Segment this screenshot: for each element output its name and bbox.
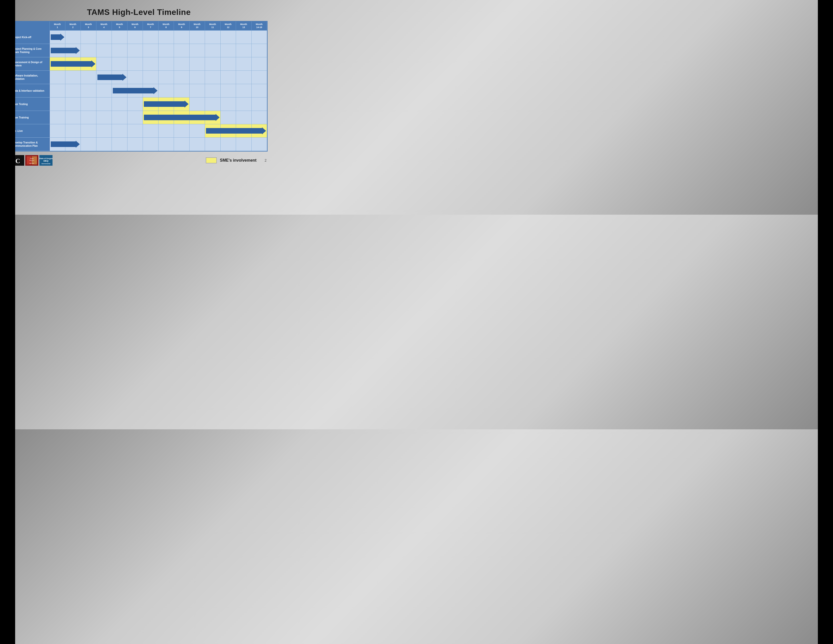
cell-r4-c3 bbox=[96, 84, 112, 97]
cell-r7-c7 bbox=[159, 124, 174, 137]
gantt-row-5: User Testing bbox=[11, 98, 267, 111]
cell-r2-c2 bbox=[81, 57, 96, 71]
cell-r7-c12 bbox=[236, 124, 252, 137]
cell-r2-c6 bbox=[143, 57, 159, 71]
header-month-10: Month10 bbox=[190, 21, 205, 31]
cell-r8-c5 bbox=[127, 138, 143, 151]
row-label-3: Software Installation, Validation bbox=[11, 71, 50, 84]
row-label-0: Project Kick-off bbox=[11, 31, 50, 44]
gantt-row-6: User Training bbox=[11, 111, 267, 124]
cell-r6-c3 bbox=[96, 111, 112, 124]
cell-r5-c12 bbox=[236, 98, 252, 111]
cell-r6-c0 bbox=[50, 111, 65, 124]
cell-r0-c1 bbox=[65, 31, 81, 44]
header-month-6: Month6 bbox=[127, 21, 143, 31]
gantt-chart: Month1Month2Month3Month4Month5Month6Mont… bbox=[10, 21, 268, 151]
cell-r2-c10 bbox=[205, 57, 220, 71]
cell-r5-c3 bbox=[96, 98, 112, 111]
cell-r5-c2 bbox=[81, 98, 96, 111]
header-month-8: Month8 bbox=[159, 21, 174, 31]
gantt-row-2: Assessment & Design of System bbox=[11, 57, 267, 71]
row-label-2: Assessment & Design of System bbox=[11, 57, 50, 71]
cell-r8-c4 bbox=[112, 138, 127, 151]
svg-text:Department: Department bbox=[29, 160, 35, 161]
logo-deo: State of Oregon DEQ Environmental bbox=[39, 155, 53, 166]
cell-r5-c6 bbox=[143, 98, 159, 111]
svg-text:JC: JC bbox=[12, 157, 20, 165]
cell-r7-c6 bbox=[143, 124, 159, 137]
header-month-12: Month12 bbox=[220, 21, 236, 31]
cell-r3-c2 bbox=[81, 71, 96, 84]
cell-r7-c2 bbox=[81, 124, 96, 137]
cell-r1-c3 bbox=[96, 44, 112, 57]
cell-r0-c3 bbox=[96, 31, 112, 44]
cell-r7-c1 bbox=[65, 124, 81, 137]
row-label-6: User Training bbox=[11, 111, 50, 124]
cell-r3-c7 bbox=[159, 71, 174, 84]
cell-r7-c0 bbox=[50, 124, 65, 137]
row-label-4: Data & Interface validation bbox=[11, 84, 50, 97]
cell-r3-c0 bbox=[50, 71, 65, 84]
cell-r0-c13 bbox=[252, 31, 267, 44]
cell-r5-c9 bbox=[190, 98, 205, 111]
cell-r5-c7 bbox=[159, 98, 174, 111]
svg-text:Environmental: Environmental bbox=[42, 163, 50, 164]
header-month-14: Month14-18 bbox=[252, 21, 267, 31]
cell-r4-c9 bbox=[190, 84, 205, 97]
cell-r4-c11 bbox=[220, 84, 236, 97]
gantt-row-7: Go -Live bbox=[11, 124, 267, 138]
cell-r1-c0 bbox=[50, 44, 65, 57]
cell-r8-c6 bbox=[143, 138, 159, 151]
cell-r8-c10 bbox=[205, 138, 220, 151]
gantt-row-4: Data & Interface validation bbox=[11, 84, 267, 98]
cell-r1-c5 bbox=[127, 44, 143, 57]
cell-r5-c10 bbox=[205, 98, 220, 111]
cell-r7-c5 bbox=[127, 124, 143, 137]
cell-r3-c1 bbox=[65, 71, 81, 84]
header-month-13: Month13 bbox=[236, 21, 252, 31]
cell-r7-c11 bbox=[220, 124, 236, 137]
cell-r6-c12 bbox=[236, 111, 252, 124]
cell-r0-c5 bbox=[127, 31, 143, 44]
cell-r5-c0 bbox=[50, 98, 65, 111]
cell-r6-c2 bbox=[81, 111, 96, 124]
cell-r7-c9 bbox=[190, 124, 205, 137]
logo-jc: JC bbox=[11, 155, 24, 166]
cell-r2-c3 bbox=[96, 57, 112, 71]
cell-r4-c7 bbox=[159, 84, 174, 97]
cell-r2-c4 bbox=[112, 57, 127, 71]
cell-r8-c13 bbox=[252, 138, 267, 151]
cell-r4-c8 bbox=[174, 84, 190, 97]
cell-r4-c2 bbox=[81, 84, 96, 97]
header-empty-cell bbox=[11, 21, 50, 31]
row-label-8: Develop Transition & Communication Plan bbox=[11, 138, 50, 151]
page-title: TAMS High-Level Timeline bbox=[87, 8, 191, 17]
cell-r0-c4 bbox=[112, 31, 127, 44]
cell-r0-c8 bbox=[174, 31, 190, 44]
cell-r8-c8 bbox=[174, 138, 190, 151]
cell-r4-c13 bbox=[252, 84, 267, 97]
cell-r0-c9 bbox=[190, 31, 205, 44]
cell-r0-c2 bbox=[81, 31, 96, 44]
cell-r7-c13 bbox=[252, 124, 267, 137]
row-label-5: User Testing bbox=[11, 98, 50, 111]
cell-r5-c5 bbox=[127, 98, 143, 111]
cell-r6-c7 bbox=[159, 111, 174, 124]
header-month-11: Month11 bbox=[205, 21, 220, 31]
cell-r3-c4 bbox=[112, 71, 127, 84]
cell-r8-c12 bbox=[236, 138, 252, 151]
cell-r1-c10 bbox=[205, 44, 220, 57]
cell-r5-c13 bbox=[252, 98, 267, 111]
page-number: 2 bbox=[265, 158, 267, 163]
cell-r1-c9 bbox=[190, 44, 205, 57]
cell-r4-c0 bbox=[50, 84, 65, 97]
cell-r8-c9 bbox=[190, 138, 205, 151]
svg-text:Oregon: Oregon bbox=[30, 158, 34, 159]
cell-r1-c12 bbox=[236, 44, 252, 57]
cell-r6-c11 bbox=[220, 111, 236, 124]
cell-r6-c1 bbox=[65, 111, 81, 124]
header-month-5: Month5 bbox=[112, 21, 127, 31]
cell-r5-c8 bbox=[174, 98, 190, 111]
cell-r6-c9 bbox=[190, 111, 205, 124]
cell-r8-c11 bbox=[220, 138, 236, 151]
